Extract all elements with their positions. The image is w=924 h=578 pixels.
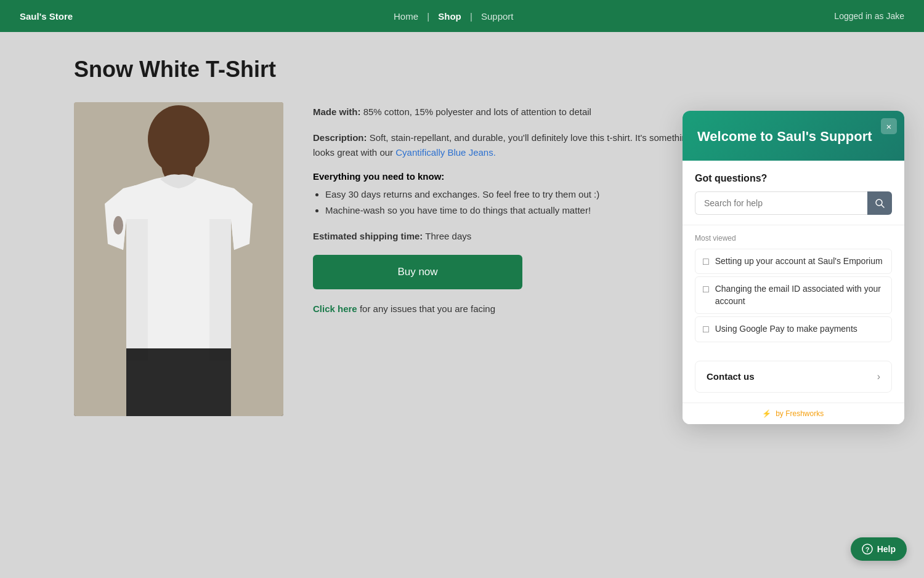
contact-us-label: Contact us	[707, 371, 755, 382]
nav-link-home[interactable]: Home	[394, 11, 418, 22]
page-title: Snow White T-Shirt	[74, 57, 850, 82]
navbar: Saul's Store Home | Shop | Support Logge…	[0, 0, 924, 32]
widget-close-button[interactable]: ×	[881, 118, 897, 134]
made-with-label: Made with:	[313, 106, 361, 117]
article-text-1: Setting up your account at Saul's Empori…	[715, 255, 883, 268]
svg-text:?: ?	[865, 546, 869, 553]
description-link[interactable]: Cyantifically Blue Jeans.	[395, 147, 496, 158]
footer-by: by Freshworks	[776, 409, 824, 418]
article-icon-2: □	[703, 284, 709, 295]
contact-us-section[interactable]: Contact us ›	[695, 361, 892, 393]
brand-logo[interactable]: Saul's Store	[20, 11, 73, 22]
product-image	[74, 102, 283, 416]
made-with-value: 85% cotton, 15% polyester and lots of at…	[363, 106, 591, 117]
footer-icon: ⚡	[762, 409, 771, 418]
chevron-right-icon: ›	[877, 371, 880, 382]
buy-now-button[interactable]: Buy now	[313, 255, 522, 289]
nav-links: Home | Shop | Support	[394, 11, 514, 22]
article-item-3[interactable]: □ Using Google Pay to make payments	[695, 316, 892, 342]
article-item-2[interactable]: □ Changing the email ID associated with …	[695, 276, 892, 314]
help-circle-icon: ?	[862, 544, 873, 555]
help-fab-label: Help	[877, 544, 896, 554]
product-image-section	[74, 102, 283, 416]
widget-footer: ⚡ by Freshworks	[683, 403, 904, 424]
article-item-1[interactable]: □ Setting up your account at Saul's Empo…	[695, 249, 892, 275]
issues-suffix: for any issues that you are facing	[360, 303, 495, 314]
search-icon	[875, 198, 885, 208]
article-text-3: Using Google Pay to make payments	[715, 323, 857, 335]
user-status: Logged in as Jake	[834, 11, 904, 21]
search-button[interactable]	[867, 191, 892, 215]
search-input[interactable]	[695, 191, 867, 215]
support-widget: Welcome to Saul's Support × Got question…	[683, 111, 904, 424]
nav-link-support[interactable]: Support	[481, 11, 514, 22]
got-questions-heading: Got questions?	[695, 173, 892, 184]
article-icon-3: □	[703, 324, 709, 335]
svg-line-6	[881, 205, 884, 207]
svg-point-4	[113, 216, 123, 235]
search-section: Got questions?	[683, 161, 904, 225]
widget-body: Got questions? Most viewed □ Setting up …	[683, 161, 904, 424]
widget-title: Welcome to Saul's Support	[697, 128, 890, 146]
nav-divider-2: |	[468, 11, 475, 22]
article-text-2: Changing the email ID associated with yo…	[715, 283, 884, 307]
nav-divider-1: |	[424, 11, 432, 22]
description-label: Description:	[313, 132, 367, 143]
help-fab-button[interactable]: ? Help	[851, 537, 907, 561]
shipping-value: Three days	[425, 231, 471, 241]
article-icon-1: □	[703, 256, 709, 267]
most-viewed-section: Most viewed □ Setting up your account at…	[683, 225, 904, 353]
nav-link-shop[interactable]: Shop	[438, 11, 461, 22]
shipping-label: Estimated shipping time:	[313, 231, 423, 241]
most-viewed-label: Most viewed	[695, 234, 892, 243]
widget-header: Welcome to Saul's Support ×	[683, 111, 904, 161]
search-row	[695, 191, 892, 215]
click-here-link[interactable]: Click here	[313, 303, 357, 314]
svg-point-2	[148, 105, 209, 173]
